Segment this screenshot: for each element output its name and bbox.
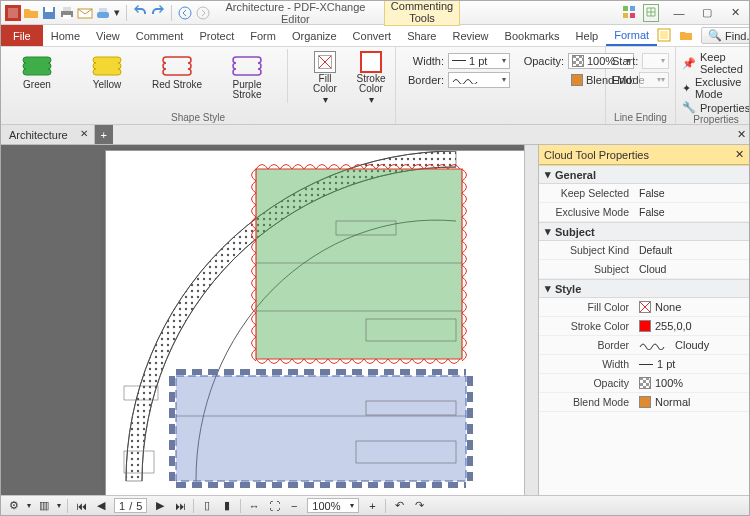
- status-bar: ⚙▾ ▥▾ ⏮ ◀ 1/5 ▶ ⏭ ▯ ▮ ↔ ⛶ − 100%▾ + ↶ ↷: [1, 495, 749, 515]
- menu-help[interactable]: Help: [568, 25, 607, 46]
- menu-protect[interactable]: Protect: [191, 25, 242, 46]
- close-tab-icon[interactable]: ✕: [80, 128, 88, 139]
- svg-rect-5: [63, 15, 71, 19]
- prop-row[interactable]: SubjectCloud: [539, 260, 749, 279]
- keep-selected-toggle[interactable]: 📌Keep Selected: [682, 51, 750, 75]
- menu-format[interactable]: Format: [606, 25, 657, 46]
- svg-rect-7: [97, 12, 109, 18]
- redo-icon[interactable]: [150, 5, 166, 21]
- width-combo[interactable]: 1 pt▾: [448, 53, 510, 69]
- launch-icon[interactable]: [643, 4, 659, 22]
- svg-rect-13: [623, 13, 628, 18]
- preset-purple-stroke[interactable]: Purple Stroke: [217, 49, 277, 100]
- print-icon[interactable]: [59, 5, 75, 21]
- preset-green[interactable]: Green: [7, 49, 67, 90]
- find-button[interactable]: 🔍Find...: [701, 27, 750, 44]
- menu-form[interactable]: Form: [242, 25, 284, 46]
- maximize-button[interactable]: ▢: [693, 3, 721, 23]
- qat-dd-icon[interactable]: ▾: [113, 5, 121, 21]
- next-page-icon[interactable]: ▶: [153, 499, 167, 513]
- menu-convert[interactable]: Convert: [345, 25, 400, 46]
- qat-sep: [126, 5, 127, 21]
- zoom-combo[interactable]: 100%▾: [307, 498, 359, 513]
- line-weight-icon: [639, 364, 653, 365]
- doc-tab-architecture[interactable]: Architecture✕: [1, 125, 95, 144]
- line-start-combo: ▾: [642, 53, 669, 69]
- fill-color-button[interactable]: Fill Color▾: [307, 49, 343, 105]
- add-tab-button[interactable]: +: [95, 125, 113, 144]
- border-combo[interactable]: ▾: [448, 72, 510, 88]
- svg-point-10: [197, 7, 209, 19]
- ui-options-icon[interactable]: [621, 4, 637, 22]
- doc-tabs: Architecture✕ + ✕: [1, 125, 749, 145]
- rotate-cw-icon[interactable]: ↷: [412, 499, 426, 513]
- fit-page-icon[interactable]: ⛶: [267, 499, 281, 513]
- menu-share[interactable]: Share: [399, 25, 444, 46]
- menu-organize[interactable]: Organize: [284, 25, 345, 46]
- prop-group-style[interactable]: ▾Style: [539, 279, 749, 298]
- prop-row-width[interactable]: Width1 pt: [539, 355, 749, 374]
- menu-view[interactable]: View: [88, 25, 128, 46]
- vertical-scrollbar[interactable]: [524, 145, 538, 495]
- options-gear-icon[interactable]: ⚙: [7, 499, 21, 513]
- first-page-icon[interactable]: ⏮: [74, 499, 88, 513]
- layout-icon[interactable]: ▥: [37, 499, 51, 513]
- open-folder-icon[interactable]: [679, 28, 693, 44]
- preset-red-stroke[interactable]: Red Stroke: [147, 49, 207, 90]
- scan-icon[interactable]: [95, 5, 111, 21]
- menu-bookmarks[interactable]: Bookmarks: [497, 25, 568, 46]
- collapse-icon: ▾: [545, 282, 551, 295]
- zoom-out-icon[interactable]: −: [287, 499, 301, 513]
- properties-pane: Cloud Tool Properties✕ ▾General Keep Sel…: [538, 145, 749, 495]
- last-page-icon[interactable]: ⏭: [173, 499, 187, 513]
- back-icon[interactable]: [177, 5, 193, 21]
- properties-button[interactable]: 🔧Properties: [682, 101, 750, 114]
- zoom-in-icon[interactable]: +: [365, 499, 379, 513]
- prop-row-blend-mode[interactable]: Blend ModeNormal: [539, 393, 749, 412]
- svg-rect-12: [630, 6, 635, 11]
- quick-access-toolbar: ▾: [1, 5, 215, 21]
- menu-review[interactable]: Review: [444, 25, 496, 46]
- prop-group-subject[interactable]: ▾Subject: [539, 222, 749, 241]
- contextual-tab-label: CommentingTools: [384, 0, 460, 26]
- svg-rect-16: [660, 31, 668, 39]
- properties-pane-close-icon[interactable]: ✕: [735, 148, 744, 161]
- prop-group-general[interactable]: ▾General: [539, 165, 749, 184]
- properties-pane-title: Cloud Tool Properties✕: [539, 145, 749, 165]
- rotate-ccw-icon[interactable]: ↶: [392, 499, 406, 513]
- prop-row-fill-color[interactable]: Fill ColorNone: [539, 298, 749, 317]
- qat-sep2: [171, 5, 172, 21]
- fit-width-icon[interactable]: ↔: [247, 499, 261, 513]
- quick-launch-icon[interactable]: [657, 28, 671, 44]
- prop-row[interactable]: Exclusive ModeFalse: [539, 203, 749, 222]
- minimize-button[interactable]: —: [665, 3, 693, 23]
- preset-yellow[interactable]: Yellow: [77, 49, 137, 90]
- svg-rect-2: [45, 7, 53, 12]
- single-page-icon[interactable]: ▯: [200, 499, 214, 513]
- undo-icon[interactable]: [132, 5, 148, 21]
- file-menu[interactable]: File: [1, 25, 43, 46]
- canvas[interactable]: [1, 145, 524, 495]
- collapse-icon: ▾: [545, 168, 551, 181]
- prop-row[interactable]: Subject KindDefault: [539, 241, 749, 260]
- fwd-icon[interactable]: [195, 5, 211, 21]
- stroke-color-button[interactable]: Stroke Color▾: [353, 49, 389, 105]
- tabs-close-icon[interactable]: ✕: [733, 125, 749, 144]
- menu-bar: File Home View Comment Protect Form Orga…: [1, 25, 749, 47]
- cloudy-border-icon: [639, 340, 671, 350]
- prev-page-icon[interactable]: ◀: [94, 499, 108, 513]
- menu-comment[interactable]: Comment: [128, 25, 192, 46]
- prop-row-stroke-color[interactable]: Stroke Color255,0,0: [539, 317, 749, 336]
- menu-home[interactable]: Home: [43, 25, 88, 46]
- close-button[interactable]: ✕: [721, 3, 749, 23]
- save-icon[interactable]: [41, 5, 57, 21]
- prop-row-opacity[interactable]: Opacity100%: [539, 374, 749, 393]
- exclusive-mode-toggle[interactable]: ✦Exclusive Mode: [682, 76, 750, 100]
- email-icon[interactable]: [77, 5, 93, 21]
- open-icon[interactable]: [23, 5, 39, 21]
- continuous-page-icon[interactable]: ▮: [220, 499, 234, 513]
- prop-row[interactable]: Keep SelectedFalse: [539, 184, 749, 203]
- blend-icon: [639, 396, 651, 408]
- prop-row-border[interactable]: BorderCloudy: [539, 336, 749, 355]
- page-number-input[interactable]: 1/5: [114, 498, 147, 513]
